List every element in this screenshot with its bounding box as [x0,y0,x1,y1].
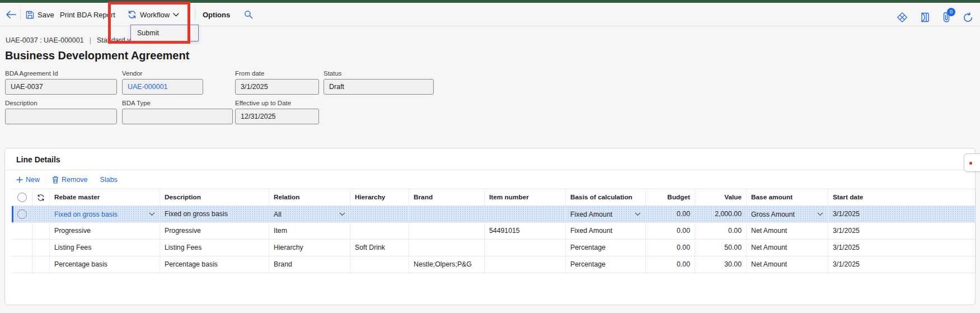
relation-cell[interactable]: Item [269,223,350,239]
chevron-down-icon[interactable] [149,212,155,216]
row-select-cell[interactable] [12,206,32,222]
refresh-button[interactable] [963,12,973,23]
value-cell[interactable]: 50.00 [695,240,747,256]
from-date-input[interactable]: 3/1/2025 [235,79,319,95]
col-base-amount[interactable]: Base amount [747,189,828,205]
hierarchy-cell[interactable] [350,223,409,239]
item-number-cell[interactable] [485,256,566,273]
table-row[interactable]: Progressive Progressive Item 54491015 Fi… [12,223,976,240]
description-cell[interactable]: Fixed on gross basis [160,206,269,222]
value-cell[interactable]: 2,000.00 [695,206,747,222]
workflow-label: Workflow [140,11,170,19]
select-all-column[interactable] [12,189,32,205]
basis-cell[interactable]: Fixed Amount [566,206,646,222]
table-row[interactable]: Fixed on gross basis Fixed on gross basi… [12,206,976,223]
item-number-cell[interactable]: 54491015 [485,223,566,239]
chevron-down-icon[interactable] [817,212,823,216]
description-cell[interactable]: Progressive [160,223,269,239]
view-switcher-button[interactable] [897,12,908,23]
select-all-radio[interactable] [17,193,27,202]
col-brand[interactable]: Brand [409,189,485,205]
rebate-master-cell[interactable]: Progressive [50,223,160,239]
relation-cell[interactable]: Hierarchy [269,240,350,256]
save-button[interactable]: Save [26,3,54,26]
col-description[interactable]: Description [160,189,269,205]
brand-cell[interactable] [409,223,485,239]
rebate-master-cell[interactable]: Percentage basis [50,256,160,273]
start-date-cell[interactable]: 3/1/2025 [828,223,976,239]
description-cell[interactable]: Percentage basis [160,256,269,273]
start-date-cell[interactable]: 3/1/2025 [828,256,976,273]
base-amount-cell[interactable]: Net Amount [747,240,828,256]
status-input[interactable]: Draft [323,79,434,95]
workflow-submit-menu-item[interactable]: Submit [131,25,198,41]
back-button[interactable] [6,3,16,26]
col-budget[interactable]: Budget [646,189,695,205]
options-tab[interactable]: Options [203,3,230,26]
budget-cell[interactable]: 0.00 [646,256,695,273]
col-start-date[interactable]: Start date [828,189,976,205]
line-details-table: Rebate master Description Relation Hiera… [12,189,976,273]
relation-cell[interactable]: Brand [269,256,350,273]
budget-cell[interactable]: 0.00 [646,206,695,222]
hierarchy-cell[interactable] [350,206,409,222]
workflow-button[interactable]: Workflow [128,3,179,26]
refresh-column[interactable] [32,189,50,205]
bda-agreement-id-input[interactable]: UAE-0037 [5,79,117,95]
office-apps-button[interactable] [920,12,930,23]
hierarchy-cell[interactable] [350,256,409,273]
budget-cell[interactable]: 0.00 [646,223,695,239]
table-row[interactable]: Percentage basis Percentage basis Brand … [12,256,976,273]
chevron-down-icon[interactable] [339,212,345,216]
bda-type-input[interactable] [122,109,233,124]
search-button[interactable] [244,3,253,26]
chevron-down-icon[interactable] [635,212,641,216]
basis-cell[interactable]: Percentage [566,256,646,273]
slabs-button[interactable]: Slabs [100,176,118,184]
col-basis-of-calculation[interactable]: Basis of calculation [566,189,646,205]
brand-cell[interactable] [409,240,485,256]
base-amount-cell[interactable]: Net Amount [747,256,828,273]
row-select-radio[interactable] [17,209,27,219]
brand-cell[interactable]: Nestle;Olpers;P&G [409,256,485,273]
basis-cell[interactable]: Fixed Amount [566,223,646,239]
item-number-cell[interactable] [485,206,566,222]
col-hierarchy[interactable]: Hierarchy [350,189,409,205]
edge-cutoff-button[interactable] [964,153,980,172]
remove-line-button[interactable]: Remove [52,176,88,184]
new-label: New [26,176,40,184]
value-cell[interactable]: 30.00 [695,256,747,273]
col-rebate-master[interactable]: Rebate master [50,189,160,205]
col-relation[interactable]: Relation [269,189,350,205]
row-refresh-cell [32,256,50,273]
vendor-input[interactable]: UAE-000001 [122,79,203,95]
new-line-button[interactable]: New [16,176,40,184]
print-bda-report-button[interactable]: Print BDA Report [60,3,115,26]
col-item-number[interactable]: Item number [485,189,566,205]
field-effective-up-to-date: Effective up to Date 12/31/2025 [235,100,319,124]
basis-cell[interactable]: Percentage [566,240,646,256]
start-date-cell[interactable]: 3/1/2025 [828,206,976,222]
rebate-master-cell[interactable]: Fixed on gross basis [50,206,160,222]
attachments-button[interactable]: 0 [943,12,950,23]
col-value[interactable]: Value [695,189,747,205]
brand-cell[interactable] [409,206,485,222]
row-select-cell[interactable] [12,240,32,256]
description-cell[interactable]: Listing Fees [160,240,269,256]
hierarchy-cell[interactable]: Soft Drink [350,240,409,256]
base-amount-cell[interactable]: Net Amount [747,223,828,239]
start-date-cell[interactable]: 3/1/2025 [828,240,976,256]
row-select-cell[interactable] [12,256,32,273]
grid-toolbar: New Remove Slabs [16,170,118,189]
budget-cell[interactable]: 0.00 [646,240,695,256]
relation-cell[interactable]: All [269,206,350,222]
table-row[interactable]: Listing Fees Listing Fees Hierarchy Soft… [12,240,976,256]
rebate-master-cell[interactable]: Listing Fees [50,240,160,256]
value-cell[interactable]: 0.00 [695,223,747,239]
effective-up-to-date-input[interactable]: 12/31/2025 [235,109,319,124]
row-select-cell[interactable] [12,223,32,239]
base-amount-cell[interactable]: Gross Amount [747,206,828,222]
description-input[interactable] [5,109,117,124]
workflow-sync-icon [128,10,137,19]
item-number-cell[interactable] [485,240,566,256]
